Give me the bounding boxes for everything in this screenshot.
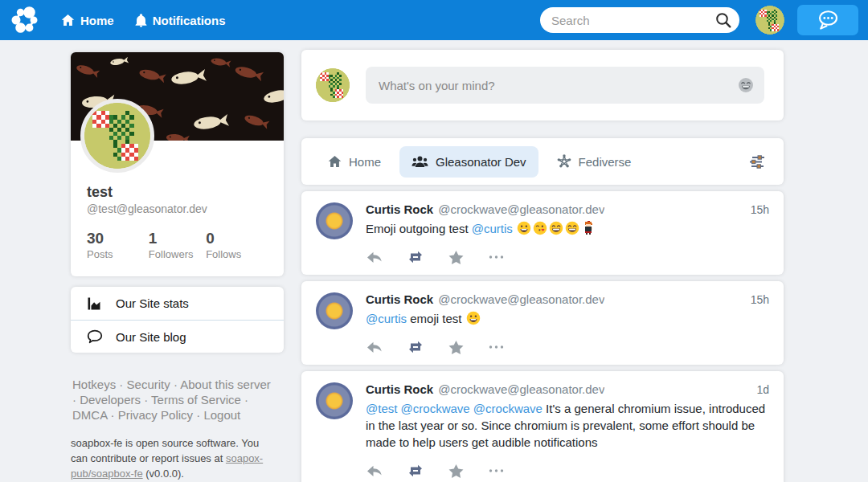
post: Curtis Rock @crockwave@gleasonator.dev 1… bbox=[301, 191, 784, 275]
profile-avatar[interactable] bbox=[80, 99, 154, 173]
nav-notifications-label: Notifications bbox=[153, 14, 226, 27]
more-button[interactable] bbox=[488, 339, 505, 355]
post-author-handle[interactable]: @crockwave@gleasonator.dev bbox=[438, 382, 604, 396]
search-icon[interactable] bbox=[714, 11, 732, 32]
mention-link[interactable]: @crockwave bbox=[473, 402, 542, 415]
chat-bubble-icon bbox=[816, 10, 840, 31]
emoji-picker-button[interactable] bbox=[738, 77, 754, 93]
footer-link-logout[interactable]: Logout bbox=[203, 408, 240, 422]
post-author-handle[interactable]: @crockwave@gleasonator.dev bbox=[438, 202, 604, 216]
post-timestamp[interactable]: 15h bbox=[751, 203, 769, 216]
emoji-beaming-face bbox=[565, 221, 579, 235]
top-navbar: Home Notifications bbox=[0, 0, 868, 40]
post-text bbox=[513, 222, 516, 235]
search-box bbox=[540, 7, 739, 33]
fediverse-icon bbox=[557, 154, 571, 169]
compose-card bbox=[301, 50, 784, 120]
more-button[interactable] bbox=[488, 249, 505, 265]
post-header: Curtis Rock @crockwave@gleasonator.dev 1… bbox=[366, 292, 769, 306]
stat-label: Posts bbox=[87, 248, 149, 260]
sidebar: test @test@gleasonator.dev 30 Posts 1 Fo… bbox=[71, 52, 284, 482]
post-author-avatar[interactable] bbox=[316, 202, 353, 239]
about-post: (v0.0.0). bbox=[143, 468, 184, 480]
post-header: Curtis Rock @crockwave@gleasonator.dev 1… bbox=[366, 382, 769, 396]
post-actions bbox=[366, 249, 769, 265]
emoji-face-blowing-kiss bbox=[533, 221, 547, 235]
footer-link-privacy-policy[interactable]: Privacy Policy bbox=[118, 408, 193, 422]
nav-home[interactable]: Home bbox=[61, 14, 114, 27]
tab-label: Gleasonator Dev bbox=[436, 155, 526, 169]
repost-button[interactable] bbox=[407, 339, 424, 355]
gleasonator-logo[interactable] bbox=[10, 5, 40, 35]
favourite-button[interactable] bbox=[448, 249, 465, 265]
reply-button[interactable] bbox=[366, 249, 383, 265]
site-menu-label: Our Site stats bbox=[116, 296, 189, 310]
reply-button[interactable] bbox=[366, 339, 383, 355]
search-input[interactable] bbox=[540, 7, 739, 33]
post-author-name[interactable]: Curtis Rock bbox=[366, 382, 433, 396]
profile-stat-follows[interactable]: 0 Follows bbox=[206, 230, 268, 260]
profile-stats-row: 30 Posts 1 Followers 0 Follows bbox=[87, 230, 268, 260]
home-icon bbox=[61, 14, 75, 27]
profile-card: test @test@gleasonator.dev 30 Posts 1 Fo… bbox=[71, 52, 284, 276]
repost-button[interactable] bbox=[407, 463, 424, 479]
footer-link-dmca[interactable]: DMCA bbox=[72, 408, 107, 422]
favourite-button[interactable] bbox=[448, 463, 465, 479]
post: Curtis Rock @crockwave@gleasonator.dev 1… bbox=[301, 371, 784, 482]
stat-label: Follows bbox=[206, 248, 268, 260]
post-author-name[interactable]: Curtis Rock bbox=[366, 292, 433, 306]
blog-icon bbox=[87, 329, 103, 344]
mention-link[interactable]: @curtis bbox=[366, 312, 407, 325]
chat-button[interactable] bbox=[797, 5, 858, 35]
reply-button[interactable] bbox=[366, 463, 383, 479]
emoji-grinning-face bbox=[466, 311, 481, 325]
footer-link-terms-of-service[interactable]: Terms of Service bbox=[151, 393, 241, 406]
site-menu-label: Our Site blog bbox=[116, 330, 186, 344]
post: Curtis Rock @crockwave@gleasonator.dev 1… bbox=[301, 281, 784, 365]
post-author-handle[interactable]: @crockwave@gleasonator.dev bbox=[438, 292, 604, 306]
profile-display-name[interactable]: test bbox=[87, 184, 284, 201]
mention-link[interactable]: @test bbox=[366, 402, 397, 415]
tab-home[interactable]: Home bbox=[316, 146, 393, 178]
post-timestamp[interactable]: 15h bbox=[751, 293, 769, 306]
chart-icon bbox=[87, 296, 103, 311]
compose-user-avatar[interactable] bbox=[316, 68, 350, 102]
emoji-custom-pixel-character bbox=[581, 221, 596, 235]
post-author-name[interactable]: Curtis Rock bbox=[366, 202, 433, 216]
post-feed: Curtis Rock @crockwave@gleasonator.dev 1… bbox=[301, 191, 784, 482]
post-text: Emoji outgoing test bbox=[366, 222, 472, 235]
stat-value: 1 bbox=[149, 230, 206, 247]
post-actions bbox=[366, 339, 769, 355]
footer-links: Hotkeys · Security · About this server ·… bbox=[72, 377, 275, 423]
navbar-user-avatar[interactable] bbox=[755, 6, 784, 35]
tab-label: Fediverse bbox=[579, 155, 632, 169]
mention-link[interactable]: @crockwave bbox=[401, 402, 470, 415]
mention-link[interactable]: @curtis bbox=[472, 222, 513, 235]
tab-fediverse[interactable]: Fediverse bbox=[545, 145, 644, 178]
post-author-avatar[interactable] bbox=[316, 292, 353, 329]
tab-gleasonator-dev[interactable]: Gleasonator Dev bbox=[399, 146, 538, 178]
emoji-beaming-face bbox=[549, 221, 563, 235]
footer-link-hotkeys[interactable]: Hotkeys bbox=[72, 378, 116, 391]
post-timestamp[interactable]: 1d bbox=[756, 383, 769, 396]
more-button[interactable] bbox=[488, 463, 505, 479]
tab-label: Home bbox=[349, 155, 381, 169]
favourite-button[interactable] bbox=[448, 339, 465, 355]
compose-input[interactable] bbox=[366, 67, 764, 104]
post-header: Curtis Rock @crockwave@gleasonator.dev 1… bbox=[366, 202, 769, 216]
post-author-avatar[interactable] bbox=[316, 382, 353, 419]
nav-notifications[interactable]: Notifications bbox=[135, 14, 226, 27]
site-menu-item-our-site-stats[interactable]: Our Site stats bbox=[71, 287, 284, 320]
profile-stat-posts[interactable]: 30 Posts bbox=[87, 230, 149, 260]
timeline-settings-button[interactable] bbox=[745, 151, 769, 173]
footer-link-security[interactable]: Security bbox=[127, 378, 170, 391]
bell-icon bbox=[135, 14, 147, 27]
home-icon bbox=[328, 155, 342, 168]
nav-home-label: Home bbox=[80, 14, 114, 27]
footer-link-about-this-server[interactable]: About this server bbox=[180, 378, 271, 391]
repost-button[interactable] bbox=[407, 249, 424, 265]
compose-field bbox=[366, 67, 764, 104]
profile-stat-followers[interactable]: 1 Followers bbox=[149, 230, 206, 260]
footer-link-developers[interactable]: Developers bbox=[80, 393, 141, 406]
site-menu-item-our-site-blog[interactable]: Our Site blog bbox=[71, 320, 284, 353]
